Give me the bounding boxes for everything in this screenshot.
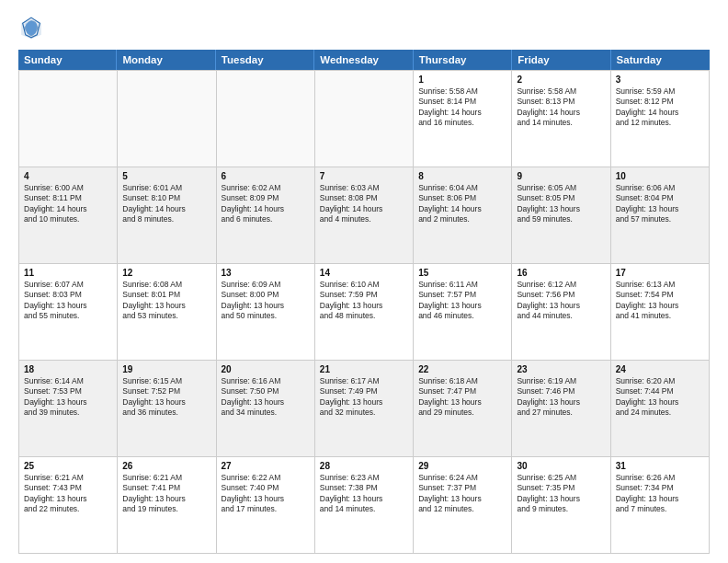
cell-info: Sunrise: 6:11 AM Sunset: 7:57 PM Dayligh…: [418, 280, 506, 322]
calendar-cell: 26Sunrise: 6:21 AM Sunset: 7:41 PM Dayli…: [118, 457, 216, 554]
cell-info: Sunrise: 6:05 AM Sunset: 8:05 PM Dayligh…: [517, 183, 605, 225]
day-number: 29: [418, 461, 506, 471]
day-number: 10: [616, 171, 704, 181]
calendar-cell: 20Sunrise: 6:16 AM Sunset: 7:50 PM Dayli…: [217, 361, 315, 457]
cell-info: Sunrise: 6:22 AM Sunset: 7:40 PM Dayligh…: [222, 473, 310, 515]
calendar-cell: 22Sunrise: 6:18 AM Sunset: 7:47 PM Dayli…: [414, 361, 512, 457]
calendar-cell: 4Sunrise: 6:00 AM Sunset: 8:11 PM Daylig…: [19, 167, 118, 264]
weekday-header: Tuesday: [216, 50, 314, 70]
cell-info: Sunrise: 6:21 AM Sunset: 7:41 PM Dayligh…: [122, 473, 210, 515]
calendar-cell: 9Sunrise: 6:05 AM Sunset: 8:05 PM Daylig…: [512, 167, 610, 264]
day-number: 19: [122, 364, 210, 374]
calendar-cell: 6Sunrise: 6:02 AM Sunset: 8:09 PM Daylig…: [217, 167, 315, 264]
cell-info: Sunrise: 6:19 AM Sunset: 7:46 PM Dayligh…: [517, 376, 605, 419]
cell-info: Sunrise: 6:14 AM Sunset: 7:53 PM Dayligh…: [24, 376, 112, 419]
logo: [18, 15, 48, 40]
day-number: 5: [122, 171, 210, 181]
calendar-cell: 25Sunrise: 6:21 AM Sunset: 7:43 PM Dayli…: [19, 457, 118, 554]
day-number: 23: [517, 364, 605, 374]
cell-info: Sunrise: 5:58 AM Sunset: 8:13 PM Dayligh…: [517, 86, 605, 129]
calendar-cell: 5Sunrise: 6:01 AM Sunset: 8:10 PM Daylig…: [118, 167, 216, 264]
cell-info: Sunrise: 6:24 AM Sunset: 7:37 PM Dayligh…: [418, 473, 506, 515]
day-number: 28: [320, 461, 408, 471]
calendar-row: 25Sunrise: 6:21 AM Sunset: 7:43 PM Dayli…: [19, 457, 710, 554]
weekday-header: Wednesday: [314, 50, 413, 70]
day-number: 8: [418, 171, 506, 181]
day-number: 12: [122, 268, 210, 278]
cell-info: Sunrise: 6:15 AM Sunset: 7:52 PM Dayligh…: [122, 376, 210, 419]
day-number: 3: [616, 75, 704, 85]
day-number: 2: [517, 75, 605, 85]
calendar-cell: 18Sunrise: 6:14 AM Sunset: 7:53 PM Dayli…: [19, 361, 118, 457]
day-number: 20: [222, 364, 310, 374]
day-number: 30: [517, 461, 605, 471]
calendar-cell: 31Sunrise: 6:26 AM Sunset: 7:34 PM Dayli…: [611, 457, 710, 554]
day-number: 7: [320, 171, 408, 181]
cell-info: Sunrise: 6:18 AM Sunset: 7:47 PM Dayligh…: [418, 376, 506, 419]
calendar-row: 1Sunrise: 5:58 AM Sunset: 8:14 PM Daylig…: [19, 71, 710, 167]
cell-info: Sunrise: 6:13 AM Sunset: 7:54 PM Dayligh…: [616, 280, 704, 322]
day-number: 13: [222, 268, 310, 278]
calendar-cell: 19Sunrise: 6:15 AM Sunset: 7:52 PM Dayli…: [118, 361, 216, 457]
day-number: 9: [517, 171, 605, 181]
cell-info: Sunrise: 6:00 AM Sunset: 8:11 PM Dayligh…: [24, 183, 112, 225]
cell-info: Sunrise: 6:06 AM Sunset: 8:04 PM Dayligh…: [616, 183, 704, 225]
cell-info: Sunrise: 6:12 AM Sunset: 7:56 PM Dayligh…: [517, 280, 605, 322]
cell-info: Sunrise: 6:16 AM Sunset: 7:50 PM Dayligh…: [222, 376, 310, 419]
day-number: 26: [122, 461, 210, 471]
calendar-cell: [217, 71, 315, 167]
calendar-cell: 1Sunrise: 5:58 AM Sunset: 8:14 PM Daylig…: [414, 71, 512, 167]
weekday-header: Monday: [117, 50, 215, 70]
calendar-cell: 15Sunrise: 6:11 AM Sunset: 7:57 PM Dayli…: [414, 264, 512, 361]
calendar: SundayMondayTuesdayWednesdayThursdayFrid…: [18, 50, 710, 554]
cell-info: Sunrise: 6:10 AM Sunset: 7:59 PM Dayligh…: [320, 280, 408, 322]
calendar-row: 4Sunrise: 6:00 AM Sunset: 8:11 PM Daylig…: [19, 167, 710, 264]
cell-info: Sunrise: 5:58 AM Sunset: 8:14 PM Dayligh…: [418, 86, 506, 129]
calendar-cell: 3Sunrise: 5:59 AM Sunset: 8:12 PM Daylig…: [611, 71, 710, 167]
cell-info: Sunrise: 6:04 AM Sunset: 8:06 PM Dayligh…: [418, 183, 506, 225]
day-number: 16: [517, 268, 605, 278]
day-number: 27: [222, 461, 310, 471]
cell-info: Sunrise: 5:59 AM Sunset: 8:12 PM Dayligh…: [616, 86, 704, 129]
calendar-cell: 11Sunrise: 6:07 AM Sunset: 8:03 PM Dayli…: [19, 264, 118, 361]
day-number: 21: [320, 364, 408, 374]
day-number: 4: [24, 171, 112, 181]
calendar-header: SundayMondayTuesdayWednesdayThursdayFrid…: [18, 50, 710, 70]
cell-info: Sunrise: 6:26 AM Sunset: 7:34 PM Dayligh…: [616, 473, 704, 515]
cell-info: Sunrise: 6:03 AM Sunset: 8:08 PM Dayligh…: [320, 183, 408, 225]
day-number: 24: [616, 364, 704, 374]
calendar-cell: 7Sunrise: 6:03 AM Sunset: 8:08 PM Daylig…: [315, 167, 414, 264]
cell-info: Sunrise: 6:21 AM Sunset: 7:43 PM Dayligh…: [24, 473, 112, 515]
calendar-row: 11Sunrise: 6:07 AM Sunset: 8:03 PM Dayli…: [19, 264, 710, 361]
calendar-cell: 23Sunrise: 6:19 AM Sunset: 7:46 PM Dayli…: [512, 361, 610, 457]
day-number: 31: [616, 461, 704, 471]
calendar-cell: 14Sunrise: 6:10 AM Sunset: 7:59 PM Dayli…: [315, 264, 414, 361]
calendar-cell: 10Sunrise: 6:06 AM Sunset: 8:04 PM Dayli…: [611, 167, 710, 264]
day-number: 14: [320, 268, 408, 278]
day-number: 11: [24, 268, 112, 278]
day-number: 17: [616, 268, 704, 278]
calendar-row: 18Sunrise: 6:14 AM Sunset: 7:53 PM Dayli…: [19, 361, 710, 457]
cell-info: Sunrise: 6:02 AM Sunset: 8:09 PM Dayligh…: [222, 183, 310, 225]
cell-info: Sunrise: 6:23 AM Sunset: 7:38 PM Dayligh…: [320, 473, 408, 515]
weekday-header: Saturday: [611, 50, 710, 70]
logo-icon: [18, 15, 44, 40]
day-number: 22: [418, 364, 506, 374]
cell-info: Sunrise: 6:09 AM Sunset: 8:00 PM Dayligh…: [222, 280, 310, 322]
day-number: 15: [418, 268, 506, 278]
calendar-body: 1Sunrise: 5:58 AM Sunset: 8:14 PM Daylig…: [18, 70, 710, 554]
day-number: 18: [24, 364, 112, 374]
calendar-cell: [19, 71, 118, 167]
calendar-cell: 8Sunrise: 6:04 AM Sunset: 8:06 PM Daylig…: [414, 167, 512, 264]
calendar-cell: 27Sunrise: 6:22 AM Sunset: 7:40 PM Dayli…: [217, 457, 315, 554]
day-number: 25: [24, 461, 112, 471]
cell-info: Sunrise: 6:20 AM Sunset: 7:44 PM Dayligh…: [616, 376, 704, 419]
cell-info: Sunrise: 6:25 AM Sunset: 7:35 PM Dayligh…: [517, 473, 605, 515]
calendar-cell: [315, 71, 414, 167]
calendar-cell: 24Sunrise: 6:20 AM Sunset: 7:44 PM Dayli…: [611, 361, 710, 457]
weekday-header: Sunday: [18, 50, 117, 70]
calendar-cell: [118, 71, 216, 167]
calendar-cell: 21Sunrise: 6:17 AM Sunset: 7:49 PM Dayli…: [315, 361, 414, 457]
calendar-cell: 29Sunrise: 6:24 AM Sunset: 7:37 PM Dayli…: [414, 457, 512, 554]
header: [18, 15, 710, 40]
